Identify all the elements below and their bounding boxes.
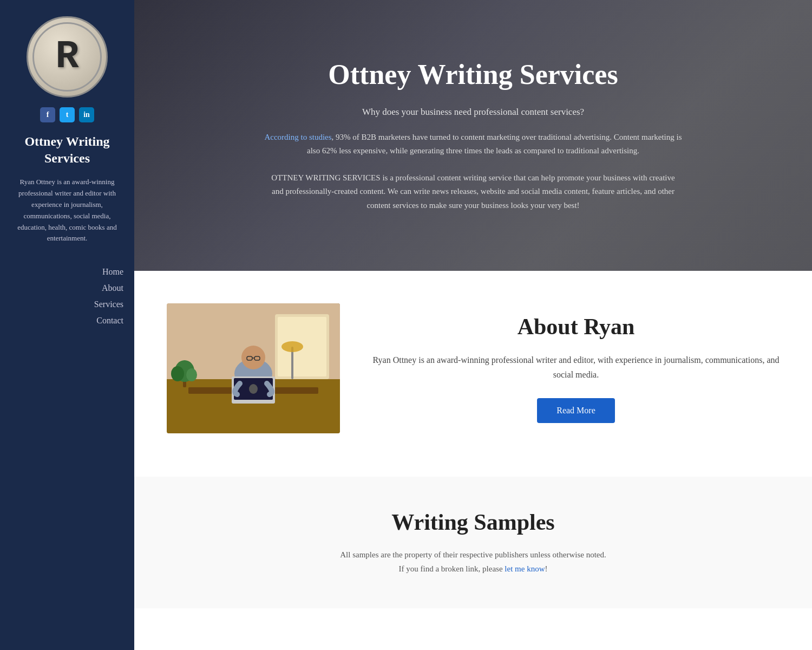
about-photo-svg <box>167 303 340 433</box>
hero-study-text: According to studies, 93% of B2B markete… <box>262 131 684 158</box>
broken-link-text: If you find a broken link, please <box>399 564 503 573</box>
studies-link[interactable]: According to studies <box>264 133 331 141</box>
logo-circle: R <box>27 16 108 98</box>
writing-samples-section: Writing Samples All samples are the prop… <box>134 477 812 608</box>
broken-link-end: ! <box>545 564 547 573</box>
hero-description: OTTNEY WRITING SERVICES is a professiona… <box>267 171 679 213</box>
linkedin-icon[interactable]: in <box>79 107 94 122</box>
writing-samples-broken-link: If you find a broken link, please let me… <box>178 562 769 576</box>
about-section: About Ryan Ryan Ottney is an award-winni… <box>134 271 812 477</box>
svg-point-14 <box>249 384 258 394</box>
nav-menu: Home About Services Contact <box>11 266 123 327</box>
svg-point-5 <box>281 341 303 352</box>
hero-subtitle: Why does your business need professional… <box>362 107 584 118</box>
writing-samples-heading: Writing Samples <box>178 509 769 535</box>
hero-title: Ottney Writing Services <box>328 58 618 90</box>
social-icons: f t in <box>40 107 94 122</box>
sidebar: R f t in Ottney Writing Services Ryan Ot… <box>0 0 134 650</box>
nav-about[interactable]: About <box>102 282 123 294</box>
svg-point-17 <box>171 366 184 381</box>
svg-point-18 <box>186 368 197 381</box>
sidebar-title: Ottney Writing Services <box>11 133 123 167</box>
writing-samples-note: All samples are the property of their re… <box>178 548 769 562</box>
about-description: Ryan Ottney is an award-winning professi… <box>372 353 780 382</box>
facebook-icon[interactable]: f <box>40 107 55 122</box>
logo-ring <box>32 22 102 92</box>
nav-home[interactable]: Home <box>102 266 123 278</box>
about-photo <box>167 303 340 433</box>
about-heading: About Ryan <box>372 314 780 340</box>
hero-study-rest: , 93% of B2B marketers have turned to co… <box>307 133 682 155</box>
let-me-know-link[interactable]: let me know <box>505 564 545 573</box>
sidebar-bio: Ryan Ottney is an award-winning professi… <box>11 177 123 244</box>
nav-contact[interactable]: Contact <box>96 315 123 327</box>
svg-point-8 <box>241 346 265 369</box>
nav-services[interactable]: Services <box>94 298 123 310</box>
twitter-icon[interactable]: t <box>60 107 75 122</box>
main-content: Ottney Writing Services Why does your bu… <box>134 0 812 650</box>
read-more-button[interactable]: Read More <box>537 398 615 423</box>
hero-section: Ottney Writing Services Why does your bu… <box>134 0 812 271</box>
about-text: About Ryan Ryan Ottney is an award-winni… <box>372 314 780 423</box>
